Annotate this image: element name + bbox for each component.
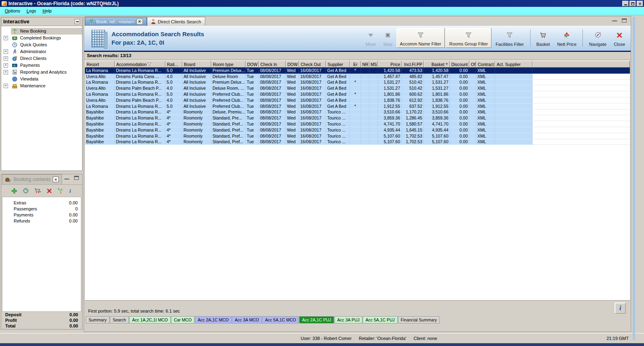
bottom-tab-financial-summary[interactable]: Financial Summary [398,316,440,323]
table-row[interactable]: Uvera AltoDreams Palm Beach P...4.0All I… [85,97,630,103]
expand-icon[interactable]: + [4,56,8,61]
bottom-tab-car-mco[interactable]: Car MCO [171,316,194,323]
col-board[interactable]: Board [182,61,211,68]
palm-up-button[interactable] [58,188,63,194]
booking-item-payments[interactable]: Payments0.00 [2,212,81,218]
tab-close-button[interactable]: × [136,19,143,25]
bottom-tab-search[interactable]: Search [110,316,129,323]
panel-minimize-icon[interactable] [612,21,617,21]
panel-maximize-icon[interactable] [74,176,79,180]
booking-contents-close-button[interactable]: × [53,177,59,182]
quote-clock-button[interactable] [23,188,29,194]
col-of[interactable]: Of [469,61,476,68]
toolbar-rooms-group-filter-button[interactable]: Rooms Group Filter [446,28,491,48]
table-row[interactable]: BayahibeDreams La Romana R...4*RoomonlyS… [85,127,630,133]
toolbar-facilities-filter-button[interactable]: Facilities Filter [492,28,527,48]
close-window-button[interactable]: × [637,1,643,6]
bottom-tab-acc-2a-1c-mco[interactable]: Acc 2A,1C MCO [195,316,231,323]
table-row[interactable]: BayahibeDreams La Romana R...4*RoomonlyS… [85,139,630,145]
cell-basket: 1,420.58 [424,68,450,74]
table-row[interactable]: La RomanaDreams La Romana R...5.0All Inc… [85,91,630,97]
col-nr[interactable]: NR [361,61,369,68]
booking-item-passengers[interactable]: Passengers0 [2,206,81,212]
sidebar-item-administrator[interactable]: +Administrator [1,48,82,55]
toolbar-navigate-button[interactable]: Navigate [586,28,609,48]
bottom-tab-summary[interactable]: Summary [86,316,109,323]
table-row[interactable]: La RomanaDreams La Romana R...5.0All Inc… [85,103,630,109]
col-check-in[interactable]: Check In [259,61,286,68]
col-supplier[interactable]: Supplier [326,61,350,68]
col-dow[interactable]: DOW [246,61,259,68]
col-er[interactable]: Er [350,61,361,68]
menu-help[interactable]: Help [39,8,55,14]
sidebar-item-quick-quotes[interactable]: Quick Quotes [1,41,82,48]
cell-rati: 4* [165,139,182,145]
bottom-tab-acc-1a-2c-1i-mco[interactable]: Acc 1A,2C,1I MCO [129,316,171,323]
basket-add-button[interactable] [34,188,41,194]
booking-item-extras[interactable]: Extras0.00 [2,200,81,206]
sidebar-item-reporting-and-analytics[interactable]: +Reporting and Analytics [1,69,82,76]
col-resort[interactable]: Resort [85,61,115,68]
info-button[interactable]: i [615,303,626,314]
sidebar-item-maintenance[interactable]: +Maintenance [1,82,82,89]
col-discount[interactable]: Discount [450,61,469,68]
cell-room-type: Preferred Club... [211,103,246,109]
expand-icon[interactable]: + [4,49,8,54]
toolbar-nett-price-button[interactable]: Nett Price [554,28,580,48]
expand-icon[interactable]: + [4,70,8,74]
sidebar-item-viewdata[interactable]: Viewdata [1,76,82,82]
table-row[interactable]: La RomanaDreams La Romana R...5.0All Inc… [85,80,630,86]
col-accommodation[interactable]: Accommodation [115,61,165,68]
table-row[interactable]: La RomanaDreams La Romana R...5.0All Inc… [85,68,630,74]
tab-book-ref-none[interactable]: Book. ref.: <none>× [85,17,147,26]
col-incl-fl-pp[interactable]: Incl.Fl.PP [402,61,424,68]
cell-check-out: 16/08/2017 [299,68,326,74]
expand-icon[interactable]: + [4,63,8,68]
bottom-tab-acc-5a-1c-mco[interactable]: Acc 5A,1C MCO [262,316,299,323]
toolbar-close-button[interactable]: Close [611,28,628,48]
minimize-button[interactable] [622,1,629,6]
bottom-tab-acc-3a-mco[interactable]: Acc 3A MCO [232,316,262,323]
toolbar-accomm-name-filter-button[interactable]: Accomm Name Filter [396,28,445,48]
table-row[interactable]: BayahibeDreams La Romana R...4*RoomonlyD… [85,109,630,115]
col-rati[interactable]: Rati... [165,61,182,68]
sidebar-item-completed-bookings[interactable]: +Completed Bookings [1,35,82,41]
restore-button[interactable] [630,1,636,6]
bottom-tab-acc-5a-1c-puj[interactable]: Acc 5A,1C PUJ [363,316,397,323]
delete-button[interactable] [47,188,52,194]
booking-contents-tab[interactable]: Booking contents × [2,174,62,184]
info-button[interactable]: i [69,188,72,194]
col-contract[interactable]: Contract [476,61,495,68]
expand-icon[interactable]: + [4,36,8,40]
bottom-tab-acc-3a-puj[interactable]: Acc 3A PUJ [334,316,362,323]
sidebar-item-new-booking[interactable]: New Booking [1,28,82,35]
tab-direct-clients-search[interactable]: Direct Clients Search [147,17,205,26]
add-button[interactable] [11,188,17,194]
menu-logs[interactable]: Logs [23,8,39,14]
sidebar-collapse-button[interactable] [74,19,80,24]
table-row[interactable]: BayahibeDreams La Romana R...4*RoomonlyS… [85,121,630,127]
table-row[interactable]: BayahibeDreams La Romana R...4*RoomonlyS… [85,115,630,121]
table-row[interactable]: Uvera AltoDreams Punta Cana ...4.0All In… [85,74,630,80]
table-row[interactable]: BayahibeDreams La Romana R...4*RoomonlyS… [85,133,630,139]
col-check-out[interactable]: Check Out [299,61,326,68]
cell-board: Roomonly [182,109,211,115]
toolbar-basket-button[interactable]: Basket [533,28,553,48]
col-act-supplier[interactable]: Act. Supplier [495,61,533,68]
booking-item-refunds[interactable]: Refunds0.00 [2,218,81,224]
col-dow[interactable]: DOW [286,61,299,68]
panel-minimize-icon[interactable] [64,179,69,179]
expand-icon[interactable]: + [4,84,8,88]
sidebar-item-payments[interactable]: +$Payments [1,62,82,69]
cell-price: 1,420.58 [378,68,402,74]
col-basket[interactable]: Basket [424,61,450,68]
col-room-type[interactable]: Room type [211,61,246,68]
panel-maximize-icon[interactable] [622,19,627,23]
menu-options[interactable]: Options [2,8,23,14]
cell-discount: 0.00 [450,139,469,145]
bottom-tab-acc-2a-1c-puj[interactable]: Acc 2A,1C PUJ [299,316,334,323]
col-ms[interactable]: MS [369,61,378,68]
table-row[interactable]: Uvera AltoDreams Palm Beach P...4.0All I… [85,85,630,91]
col-price[interactable]: Price [378,61,402,68]
sidebar-item-direct-clients[interactable]: +Direct Clients [1,55,82,62]
